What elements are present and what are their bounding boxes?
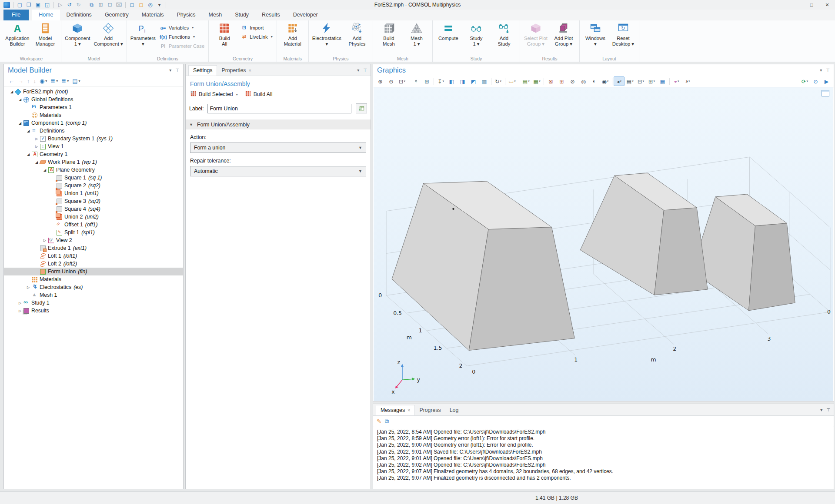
split-vertical-button[interactable]: ⊞▾	[646, 76, 657, 86]
tab-messages[interactable]: Messages×	[376, 405, 415, 415]
tab-log[interactable]: Log	[445, 405, 463, 415]
tree-open-arrow-icon[interactable]: ◢	[41, 168, 48, 172]
electrostatics-button[interactable]: Electrostatics▾	[311, 22, 343, 47]
expand-all-button[interactable]: ≣▾	[60, 78, 70, 84]
parameters-button[interactable]: PiParameters▾	[129, 22, 157, 47]
menu-tab-home[interactable]: Home	[32, 10, 60, 20]
pin-icon[interactable]: ⊤	[826, 68, 830, 73]
tree-node-materials[interactable]: Materials	[4, 275, 183, 283]
menu-tab-physics[interactable]: Physics	[170, 10, 202, 20]
build-all-button[interactable]: Build All	[245, 90, 273, 98]
save-button[interactable]: ▣	[34, 1, 42, 9]
tree-node-boundary-system-1[interactable]: ▷Boundary System 1(sys 1)	[4, 135, 183, 143]
copy-messages-button[interactable]: ⧉	[385, 418, 389, 425]
split-horizontal-button[interactable]: ⊟▾	[635, 76, 646, 86]
select-button[interactable]: ⊠	[545, 76, 556, 86]
frustum-right[interactable]	[691, 194, 795, 311]
copy-button[interactable]: ⧉	[87, 1, 96, 9]
tree-node-study-1[interactable]: ▷Study 1	[4, 299, 183, 307]
tree-closed-arrow-icon[interactable]: ▷	[41, 239, 48, 242]
zoom-box-button[interactable]: ⊡▾	[397, 76, 407, 86]
view-yz-button[interactable]: ◨	[457, 76, 468, 86]
menu-tab-developer[interactable]: Developer	[287, 10, 324, 20]
tree-open-arrow-icon[interactable]: ◢	[8, 90, 15, 94]
menu-tab-definitions[interactable]: Definitions	[60, 10, 98, 20]
app-builder-button[interactable]: AApplicationBuilder	[4, 22, 31, 47]
add-study-button[interactable]: AddStudy	[491, 22, 518, 47]
add-plot-group-button[interactable]: Add PlotGroup ▾	[550, 22, 577, 47]
build-all-button[interactable]: BuildAll	[211, 22, 238, 47]
tree-node-definitions[interactable]: ◢Definitions	[4, 127, 183, 135]
component-button[interactable]: Component1 ▾	[63, 22, 91, 47]
record-button[interactable]: ▶	[821, 76, 832, 86]
menu-tab-results[interactable]: Results	[255, 10, 287, 20]
tree-node-square-3[interactable]: Square 3(sq3)	[4, 197, 183, 205]
move-up-button[interactable]: ↑	[26, 78, 31, 84]
deselect-button[interactable]: ⊘	[567, 76, 578, 86]
menu-tab-mesh[interactable]: Mesh	[202, 10, 229, 20]
show-table-button[interactable]: ▦	[657, 76, 668, 86]
paste-button[interactable]: ⊞	[97, 1, 105, 9]
view-orientation-button[interactable]: ↧▾	[435, 76, 446, 86]
highlight-box-button[interactable]: ◻	[137, 1, 145, 9]
menu-tab-geometry[interactable]: Geometry	[98, 10, 135, 20]
open-file-button[interactable]: ❒	[25, 1, 33, 9]
panel-menu-icon[interactable]: ▾	[169, 68, 171, 73]
duplicate-button[interactable]: ⊟	[106, 1, 114, 9]
pin-icon[interactable]: ⊤	[363, 68, 367, 73]
label-input[interactable]	[207, 104, 351, 113]
zoom-out-button[interactable]: ⊖	[386, 76, 397, 86]
repair-tolerance-select[interactable]: Automatic ▼	[190, 166, 366, 176]
visibility-button[interactable]: ◉▾	[600, 76, 611, 86]
reset-desktop-button[interactable]: ↻ResetDesktop ▾	[610, 22, 637, 47]
compute-button[interactable]: Compute	[435, 22, 462, 41]
functions-button[interactable]: f(x)Functions▾	[158, 32, 206, 41]
tree-node-square-1[interactable]: Square 1(sq 1)	[4, 174, 183, 182]
section-form-union-assembly[interactable]: ▼ Form Union/Assembly	[186, 119, 371, 129]
view-xz-button[interactable]: ◩	[468, 76, 479, 86]
tree-closed-arrow-icon[interactable]: ▷	[25, 285, 32, 289]
study1-button[interactable]: Study1 ▾	[463, 22, 490, 47]
frustum-left[interactable]	[392, 181, 574, 350]
snapshot-button[interactable]: ⊙	[810, 76, 821, 86]
move-down-button[interactable]: ↓	[32, 78, 38, 84]
panel-menu-icon[interactable]: ▾	[357, 68, 359, 73]
tree-node-view-2[interactable]: ▷View 2	[4, 236, 183, 244]
tree-node-offset-1[interactable]: Offset 1(off1)	[4, 221, 183, 229]
rename-button[interactable]	[356, 103, 367, 113]
image-export-button[interactable]: ▤▾	[521, 76, 531, 86]
tree-node-view-1[interactable]: ▷View 1	[4, 143, 183, 150]
mesh1-button[interactable]: Mesh1 ▾	[403, 22, 430, 47]
graphics-viewport[interactable]: 0 0.5 1 1.5 2 m 0 1 2 3 m 0	[374, 87, 833, 401]
tree-node-square-4[interactable]: Square 4(sq4)	[4, 205, 183, 213]
delete-button[interactable]: ⌧	[115, 1, 123, 9]
tree-node-split-1[interactable]: Split 1(spl1)	[4, 229, 183, 236]
tree-node-union-1[interactable]: Union 1(uni1)	[4, 189, 183, 197]
tree-open-arrow-icon[interactable]: ◢	[25, 129, 32, 133]
go-to-default-view-button[interactable]: ⌖	[411, 76, 421, 86]
close-icon[interactable]: ×	[248, 66, 251, 76]
scene-light-button[interactable]: ◑▾	[682, 76, 693, 86]
tree-node-materials[interactable]: Materials	[4, 111, 183, 119]
tab-settings[interactable]: Settings	[188, 65, 217, 76]
model-manager-button[interactable]: ModelManager	[32, 22, 59, 47]
livelink-button[interactable]: ⇄LiveLink▾	[239, 32, 274, 41]
scene-settings-button[interactable]: ▭▾	[507, 76, 518, 86]
tree-node-mesh-1[interactable]: Mesh 1	[4, 291, 183, 299]
tree-node-global-definitions[interactable]: ◢Global Definitions	[4, 96, 183, 103]
build-mesh-button[interactable]: BuildMesh	[375, 22, 402, 47]
show-button[interactable]: ◉▾	[38, 78, 48, 84]
view-list-button[interactable]: ▤▾	[625, 76, 635, 86]
panel-menu-icon[interactable]: ▾	[820, 68, 822, 73]
tree-node-component-1[interactable]: ◢Component 1(comp 1)	[4, 119, 183, 127]
tab-properties[interactable]: Properties ×	[217, 66, 255, 76]
plot-settings-button[interactable]: ◒▾	[671, 76, 682, 86]
select-box-button[interactable]: ◻	[128, 1, 136, 9]
save-as-button[interactable]: ◲	[43, 1, 51, 9]
tree-closed-arrow-icon[interactable]: ▷	[17, 309, 23, 313]
maximize-button[interactable]: □	[804, 0, 819, 10]
tree-open-arrow-icon[interactable]: ◢	[33, 160, 40, 164]
tree-node-geometry-1[interactable]: ◢Geometry 1	[4, 150, 183, 158]
tree-open-arrow-icon[interactable]: ◢	[25, 153, 32, 156]
tree-closed-arrow-icon[interactable]: ▷	[17, 301, 23, 305]
